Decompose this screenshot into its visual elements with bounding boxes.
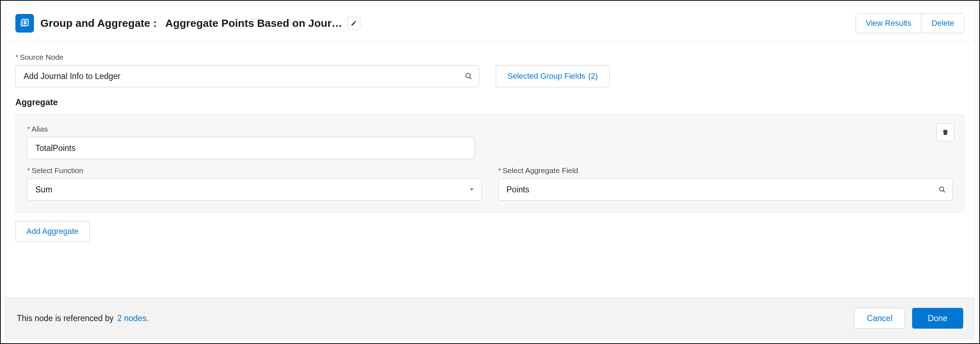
function-field: * Select Function Sum (27, 166, 482, 201)
card-body: * Source Node Selected (5, 41, 975, 298)
function-label: * Select Function (27, 166, 482, 175)
footer-actions: Cancel Done (854, 308, 963, 329)
header-actions: View Results Delete (856, 13, 965, 33)
title-type: Group and Aggregate (40, 17, 150, 29)
aggregate-section-title: Aggregate (15, 97, 965, 107)
aggregate-field-label: * Select Aggregate Field (498, 166, 953, 175)
cancel-button[interactable]: Cancel (854, 308, 905, 329)
delete-button[interactable]: Delete (921, 14, 964, 33)
selected-group-fields-button[interactable]: Selected Group Fields (2) (496, 65, 610, 87)
reference-link[interactable]: 2 nodes. (117, 314, 149, 323)
top-row: * Source Node Selected (15, 53, 965, 87)
reference-text: This node is referenced by (17, 314, 114, 323)
view-results-button[interactable]: View Results (856, 14, 921, 33)
function-select[interactable]: Sum (27, 178, 482, 201)
source-node-label: * Source Node (15, 53, 479, 62)
group-fields-count: (2) (588, 72, 598, 81)
done-button[interactable]: Done (912, 308, 963, 329)
group-fields-label: Selected Group Fields (508, 72, 585, 81)
required-star-icon: * (15, 53, 18, 62)
app-frame: Group and Aggregate : Aggregate Points B… (0, 0, 980, 344)
node-editor-card: Group and Aggregate : Aggregate Points B… (5, 5, 975, 339)
aggregate-panel: * Alias * Select Function (15, 115, 965, 212)
title-node-name: Aggregate Points Based on Jour… (165, 17, 342, 29)
required-star-icon: * (27, 166, 30, 175)
alias-label: * Alias (27, 125, 475, 134)
svg-rect-1 (22, 19, 29, 26)
source-node-field: * Source Node (15, 53, 479, 87)
alias-field: * Alias (27, 125, 475, 159)
trash-icon (942, 128, 949, 136)
group-aggregate-icon (15, 14, 34, 33)
delete-aggregate-button[interactable] (936, 123, 954, 141)
card-footer: This node is referenced by 2 nodes. Canc… (5, 298, 975, 339)
source-node-input[interactable] (15, 65, 479, 87)
add-aggregate-button[interactable]: Add Aggregate (15, 221, 90, 242)
page-title: Group and Aggregate : Aggregate Points B… (40, 17, 342, 29)
function-value: Sum (35, 185, 52, 194)
required-star-icon: * (27, 125, 30, 134)
title-wrap: Group and Aggregate : Aggregate Points B… (40, 17, 360, 30)
alias-input[interactable] (27, 137, 475, 159)
card-header: Group and Aggregate : Aggregate Points B… (5, 5, 975, 41)
required-star-icon: * (498, 166, 501, 175)
pencil-icon (351, 20, 357, 27)
edit-title-button[interactable] (347, 17, 360, 30)
aggregate-field-input[interactable] (498, 178, 953, 201)
aggregate-field-field: * Select Aggregate Field (498, 166, 953, 201)
